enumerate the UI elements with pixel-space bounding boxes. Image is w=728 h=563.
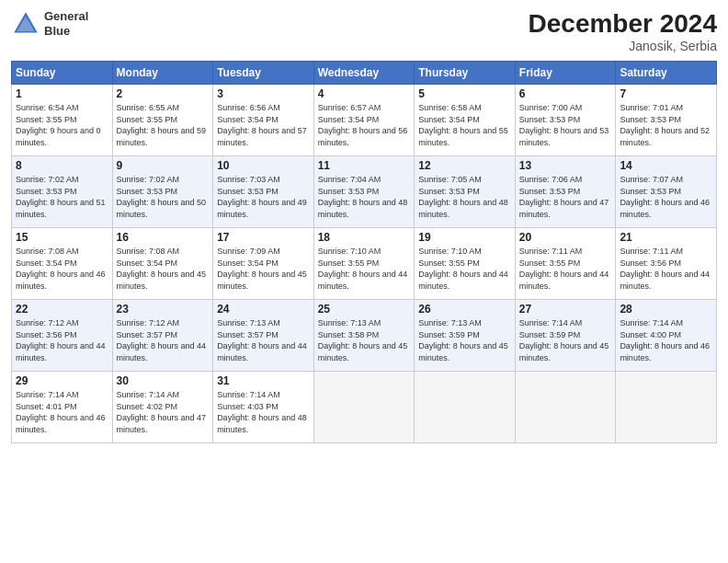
- day-info: Sunrise: 7:10 AM Sunset: 3:55 PM Dayligh…: [418, 246, 511, 292]
- day-info: Sunrise: 6:57 AM Sunset: 3:54 PM Dayligh…: [318, 102, 411, 148]
- day-info: Sunrise: 7:14 AM Sunset: 4:00 PM Dayligh…: [620, 317, 712, 363]
- weekday-header: Monday: [112, 62, 213, 85]
- weekday-header: Sunday: [12, 62, 113, 85]
- day-number: 9: [117, 159, 210, 172]
- calendar-day-cell: 28 Sunrise: 7:14 AM Sunset: 4:00 PM Dayl…: [616, 300, 717, 372]
- day-number: 24: [217, 303, 310, 316]
- calendar-day-cell: 27 Sunrise: 7:14 AM Sunset: 3:59 PM Dayl…: [515, 300, 616, 372]
- calendar-day-cell: 25 Sunrise: 7:13 AM Sunset: 3:58 PM Dayl…: [313, 300, 415, 372]
- calendar-day-cell: 24 Sunrise: 7:13 AM Sunset: 3:57 PM Dayl…: [213, 300, 314, 372]
- calendar-day-cell: 14 Sunrise: 7:07 AM Sunset: 3:53 PM Dayl…: [616, 156, 717, 228]
- day-info: Sunrise: 7:08 AM Sunset: 3:54 PM Dayligh…: [117, 246, 210, 292]
- day-number: 1: [16, 87, 108, 100]
- day-info: Sunrise: 7:13 AM Sunset: 3:59 PM Dayligh…: [418, 317, 511, 363]
- calendar-day-cell: 29 Sunrise: 7:14 AM Sunset: 4:01 PM Dayl…: [12, 372, 113, 443]
- calendar-table: SundayMondayTuesdayWednesdayThursdayFrid…: [11, 61, 717, 443]
- day-info: Sunrise: 7:02 AM Sunset: 3:53 PM Dayligh…: [16, 174, 108, 220]
- calendar-day-cell: 31 Sunrise: 7:14 AM Sunset: 4:03 PM Dayl…: [213, 372, 314, 443]
- day-info: Sunrise: 7:11 AM Sunset: 3:56 PM Dayligh…: [620, 246, 712, 292]
- day-number: 14: [620, 159, 712, 172]
- calendar-day-cell: 5 Sunrise: 6:58 AM Sunset: 3:54 PM Dayli…: [415, 85, 516, 156]
- day-number: 7: [620, 87, 712, 100]
- day-info: Sunrise: 7:13 AM Sunset: 3:58 PM Dayligh…: [318, 317, 411, 363]
- location: Janosik, Serbia: [529, 39, 717, 53]
- calendar-day-cell: [313, 372, 415, 443]
- day-number: 4: [318, 87, 411, 100]
- calendar-day-cell: [415, 372, 516, 443]
- day-number: 25: [318, 303, 411, 316]
- logo-text: General Blue: [44, 9, 88, 38]
- day-number: 27: [519, 303, 612, 316]
- day-number: 13: [519, 159, 612, 172]
- calendar-day-cell: 10 Sunrise: 7:03 AM Sunset: 3:53 PM Dayl…: [213, 156, 314, 228]
- calendar-day-cell: 18 Sunrise: 7:10 AM Sunset: 3:55 PM Dayl…: [313, 228, 415, 300]
- day-number: 31: [217, 374, 310, 387]
- calendar-day-cell: 22 Sunrise: 7:12 AM Sunset: 3:56 PM Dayl…: [12, 300, 113, 372]
- day-number: 19: [418, 231, 511, 244]
- calendar-day-cell: 19 Sunrise: 7:10 AM Sunset: 3:55 PM Dayl…: [415, 228, 516, 300]
- day-info: Sunrise: 7:08 AM Sunset: 3:54 PM Dayligh…: [16, 246, 108, 292]
- day-info: Sunrise: 7:10 AM Sunset: 3:55 PM Dayligh…: [318, 246, 411, 292]
- day-number: 29: [16, 374, 108, 387]
- day-number: 12: [418, 159, 511, 172]
- day-number: 28: [620, 303, 712, 316]
- day-info: Sunrise: 7:09 AM Sunset: 3:54 PM Dayligh…: [217, 246, 310, 292]
- day-info: Sunrise: 6:54 AM Sunset: 3:55 PM Dayligh…: [16, 102, 108, 148]
- calendar-day-cell: 15 Sunrise: 7:08 AM Sunset: 3:54 PM Dayl…: [12, 228, 113, 300]
- day-number: 18: [318, 231, 411, 244]
- day-number: 30: [117, 374, 210, 387]
- calendar-day-cell: 23 Sunrise: 7:12 AM Sunset: 3:57 PM Dayl…: [112, 300, 213, 372]
- page-container: General Blue December 2024 Janosik, Serb…: [0, 0, 728, 451]
- day-info: Sunrise: 7:06 AM Sunset: 3:53 PM Dayligh…: [519, 174, 612, 220]
- calendar-day-cell: 17 Sunrise: 7:09 AM Sunset: 3:54 PM Dayl…: [213, 228, 314, 300]
- day-number: 6: [519, 87, 612, 100]
- day-number: 10: [217, 159, 310, 172]
- day-info: Sunrise: 7:04 AM Sunset: 3:53 PM Dayligh…: [318, 174, 411, 220]
- day-info: Sunrise: 6:56 AM Sunset: 3:54 PM Dayligh…: [217, 102, 310, 148]
- day-info: Sunrise: 7:05 AM Sunset: 3:53 PM Dayligh…: [418, 174, 511, 220]
- day-info: Sunrise: 7:12 AM Sunset: 3:56 PM Dayligh…: [16, 317, 108, 363]
- day-info: Sunrise: 7:14 AM Sunset: 3:59 PM Dayligh…: [519, 317, 612, 363]
- calendar-day-cell: 1 Sunrise: 6:54 AM Sunset: 3:55 PM Dayli…: [12, 85, 113, 156]
- day-number: 11: [318, 159, 411, 172]
- calendar-day-cell: 2 Sunrise: 6:55 AM Sunset: 3:55 PM Dayli…: [112, 85, 213, 156]
- month-title: December 2024: [529, 9, 717, 39]
- calendar-day-cell: 6 Sunrise: 7:00 AM Sunset: 3:53 PM Dayli…: [515, 85, 616, 156]
- day-number: 23: [117, 303, 210, 316]
- day-info: Sunrise: 7:14 AM Sunset: 4:02 PM Dayligh…: [117, 389, 210, 435]
- header: General Blue December 2024 Janosik, Serb…: [11, 9, 717, 53]
- calendar-day-cell: 30 Sunrise: 7:14 AM Sunset: 4:02 PM Dayl…: [112, 372, 213, 443]
- calendar-day-cell: 4 Sunrise: 6:57 AM Sunset: 3:54 PM Dayli…: [313, 85, 415, 156]
- calendar-week-row: 15 Sunrise: 7:08 AM Sunset: 3:54 PM Dayl…: [12, 228, 717, 300]
- day-info: Sunrise: 7:03 AM Sunset: 3:53 PM Dayligh…: [217, 174, 310, 220]
- weekday-header: Tuesday: [213, 62, 314, 85]
- day-info: Sunrise: 7:14 AM Sunset: 4:01 PM Dayligh…: [16, 389, 108, 435]
- calendar-day-cell: 26 Sunrise: 7:13 AM Sunset: 3:59 PM Dayl…: [415, 300, 516, 372]
- calendar-day-cell: 3 Sunrise: 6:56 AM Sunset: 3:54 PM Dayli…: [213, 85, 314, 156]
- day-info: Sunrise: 7:14 AM Sunset: 4:03 PM Dayligh…: [217, 389, 310, 435]
- day-number: 16: [117, 231, 210, 244]
- calendar-week-row: 8 Sunrise: 7:02 AM Sunset: 3:53 PM Dayli…: [12, 156, 717, 228]
- day-info: Sunrise: 7:07 AM Sunset: 3:53 PM Dayligh…: [620, 174, 712, 220]
- day-number: 8: [16, 159, 108, 172]
- calendar-day-cell: 9 Sunrise: 7:02 AM Sunset: 3:53 PM Dayli…: [112, 156, 213, 228]
- calendar-day-cell: 13 Sunrise: 7:06 AM Sunset: 3:53 PM Dayl…: [515, 156, 616, 228]
- calendar-day-cell: 21 Sunrise: 7:11 AM Sunset: 3:56 PM Dayl…: [616, 228, 717, 300]
- calendar-week-row: 29 Sunrise: 7:14 AM Sunset: 4:01 PM Dayl…: [12, 372, 717, 443]
- calendar-day-cell: 7 Sunrise: 7:01 AM Sunset: 3:53 PM Dayli…: [616, 85, 717, 156]
- day-info: Sunrise: 7:02 AM Sunset: 3:53 PM Dayligh…: [117, 174, 210, 220]
- day-number: 26: [418, 303, 511, 316]
- day-number: 5: [418, 87, 511, 100]
- title-block: December 2024 Janosik, Serbia: [529, 9, 717, 53]
- calendar-day-cell: 8 Sunrise: 7:02 AM Sunset: 3:53 PM Dayli…: [12, 156, 113, 228]
- weekday-header: Saturday: [616, 62, 717, 85]
- day-info: Sunrise: 6:55 AM Sunset: 3:55 PM Dayligh…: [117, 102, 210, 148]
- day-info: Sunrise: 7:01 AM Sunset: 3:53 PM Dayligh…: [620, 102, 712, 148]
- day-number: 21: [620, 231, 712, 244]
- day-number: 2: [117, 87, 210, 100]
- day-number: 20: [519, 231, 612, 244]
- day-info: Sunrise: 7:12 AM Sunset: 3:57 PM Dayligh…: [117, 317, 210, 363]
- calendar-day-cell: [616, 372, 717, 443]
- day-info: Sunrise: 7:13 AM Sunset: 3:57 PM Dayligh…: [217, 317, 310, 363]
- day-number: 3: [217, 87, 310, 100]
